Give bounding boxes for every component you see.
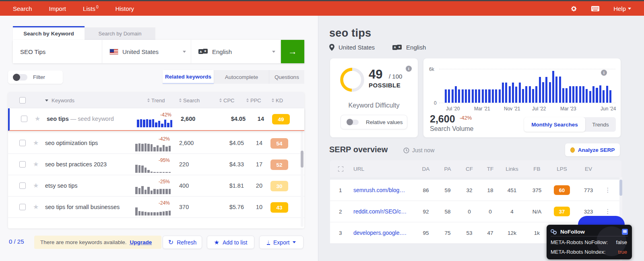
language-select[interactable]: A★ English <box>191 40 280 63</box>
keyword-research-panel: Search by Keyword Search by Domain SEO T… <box>0 16 318 261</box>
star-icon[interactable]: ★ <box>33 160 39 168</box>
y-axis-min-label: 0 <box>434 100 437 106</box>
trend-percent: -95% <box>136 157 170 163</box>
keyword-row[interactable]: ★ seo best practices 2023 -95% 220 $4.33… <box>8 154 304 175</box>
tab-related-keywords[interactable]: Related keywords <box>163 70 214 84</box>
header-da: DA <box>418 160 434 177</box>
header-ppc[interactable]: PPC <box>246 92 261 108</box>
tooltip-row-value: true <box>618 249 627 255</box>
ev-cell: 773 <box>579 180 598 201</box>
row-checkbox[interactable] <box>19 161 26 168</box>
star-icon[interactable]: ★ <box>33 203 39 211</box>
upgrade-link[interactable]: Upgrade <box>130 239 152 245</box>
kd-verdict: POSSIBLE <box>369 82 400 89</box>
row-checkbox[interactable] <box>19 140 26 146</box>
cpc-cell: $4.33 <box>217 161 244 168</box>
star-icon[interactable]: ★ <box>33 182 39 189</box>
add-to-list-button[interactable]: ★ Add to list <box>207 236 254 249</box>
refresh-button[interactable]: ↻ Refresh <box>163 236 202 249</box>
keyword-query-input[interactable]: SEO Tips <box>13 40 102 63</box>
serp-url-link[interactable]: developers.google.… <box>353 230 407 236</box>
arrow-right-icon: → <box>288 46 297 57</box>
nav-import[interactable]: Import <box>49 5 66 12</box>
notice-text: There are more keywords available. <box>40 239 127 245</box>
nav-history[interactable]: History <box>115 5 134 12</box>
nav-lists[interactable]: Lists0 <box>83 5 98 12</box>
fb-cell: 1k <box>528 222 546 243</box>
info-icon[interactable]: i <box>406 66 412 72</box>
chart-mode-tabs: Monthly Searches Trends <box>524 117 616 132</box>
header-ev: EV <box>579 160 598 177</box>
tab-autocomplete[interactable]: Autocomplete <box>214 70 269 84</box>
keyword-meta: United States A★ English <box>329 44 426 51</box>
tooltip-row-label: META-Robots NoIndex: <box>551 249 605 255</box>
info-icon[interactable]: i <box>601 70 607 76</box>
nav-search[interactable]: Search <box>13 5 32 12</box>
expand-icon[interactable] <box>338 166 343 172</box>
filter-toggle-box[interactable]: Filter <box>8 70 63 84</box>
translate-icon: A★ <box>392 44 402 51</box>
tooltip-title: NoFollow <box>560 229 619 235</box>
help-menu[interactable]: Help <box>613 5 631 12</box>
select-all-checkbox[interactable] <box>19 97 26 104</box>
header-search[interactable]: Search <box>179 92 200 108</box>
download-icon: ↓ <box>267 240 270 245</box>
keyboard-icon[interactable] <box>591 6 600 12</box>
analyze-serp-button[interactable]: Analyze SERP <box>565 143 620 156</box>
us-flag-icon <box>109 49 118 55</box>
tab-trends[interactable]: Trends <box>585 122 616 128</box>
tf-cell: 18 <box>482 180 498 201</box>
trend-sparkline <box>137 118 172 127</box>
trend-percent: -24% <box>136 200 170 206</box>
keyword-row[interactable]: ★ seo optimization tips -42% 2,600 $4.05… <box>8 133 304 154</box>
serp-url-link[interactable]: semrush.com/blog… <box>353 187 405 193</box>
links-cell: 12k <box>502 222 522 243</box>
keyword-row-seed[interactable]: ★ seo tips — seed keyword -42% 2,600 $4.… <box>8 108 304 131</box>
serp-url-link[interactable]: reddit.com/r/SEO/c… <box>353 208 407 215</box>
page-title: seo tips <box>329 27 371 39</box>
rank-cell: 3 <box>339 222 342 243</box>
relative-values-toggle[interactable] <box>347 120 359 125</box>
location-pin-icon <box>329 44 334 51</box>
relative-values-toggle-box[interactable]: Relative values <box>341 115 407 129</box>
submit-search-button[interactable]: → <box>281 40 304 63</box>
sort-icon <box>179 98 182 102</box>
header-kd[interactable]: KD <box>272 92 283 108</box>
star-icon[interactable]: ★ <box>35 115 40 122</box>
da-cell: 92 <box>418 201 434 222</box>
export-button[interactable]: ↓ Export <box>259 236 303 249</box>
star-icon[interactable]: ★ <box>33 139 39 147</box>
header-keywords[interactable]: Keywords <box>45 92 74 108</box>
keyword-row[interactable]: ★ etsy seo tips -25% 400 $1.81 20 30 <box>8 175 304 197</box>
x-tick-label: Mar '21 <box>474 106 490 112</box>
selected-count: 0 / 25 <box>9 238 24 245</box>
kd-donut-chart <box>340 67 365 92</box>
keywords-scrollbar-thumb[interactable] <box>301 151 303 168</box>
filter-toggle[interactable] <box>13 74 27 81</box>
kd-score: 49 <box>369 67 382 82</box>
gear-icon[interactable] <box>570 5 577 12</box>
row-checkbox[interactable] <box>19 204 26 210</box>
tab-search-by-domain[interactable]: Search by Domain <box>85 27 155 40</box>
nofollow-tooltip: NoFollow META-Robots NoFollow: false MET… <box>547 225 632 259</box>
serp-row: 2 reddit.com/r/SEO/c… 92 58 0 0 4 N/A 37… <box>330 201 621 222</box>
tf-cell: 0 <box>482 201 498 222</box>
tab-questions[interactable]: Questions <box>269 70 304 84</box>
search-volume-cell: 2,600 <box>181 116 207 122</box>
row-checkbox[interactable] <box>19 182 26 189</box>
x-tick-label: Jul '20 <box>446 106 460 112</box>
chevron-down-icon <box>183 51 186 53</box>
tab-search-by-keyword[interactable]: Search by Keyword <box>13 26 85 40</box>
keyword-cell: seo tips — seed keyword <box>47 116 114 122</box>
tab-monthly-searches[interactable]: Monthly Searches <box>524 117 585 132</box>
row-menu-icon[interactable]: ⋮ <box>604 180 612 201</box>
upgrade-notice: There are more keywords available. Upgra… <box>34 236 161 249</box>
row-checkbox[interactable] <box>21 116 27 122</box>
x-tick-label: Nov '21 <box>504 106 520 112</box>
keyword-row[interactable]: ★ seo tips for small businesses -24% 370… <box>8 197 304 218</box>
country-select[interactable]: United States <box>102 40 191 63</box>
header-trend[interactable]: Trend <box>147 92 165 108</box>
serp-scrollbar-thumb[interactable] <box>619 180 622 196</box>
header-cpc[interactable]: CPC <box>219 92 234 108</box>
keyword-cell: seo best practices 2023 <box>45 161 107 168</box>
